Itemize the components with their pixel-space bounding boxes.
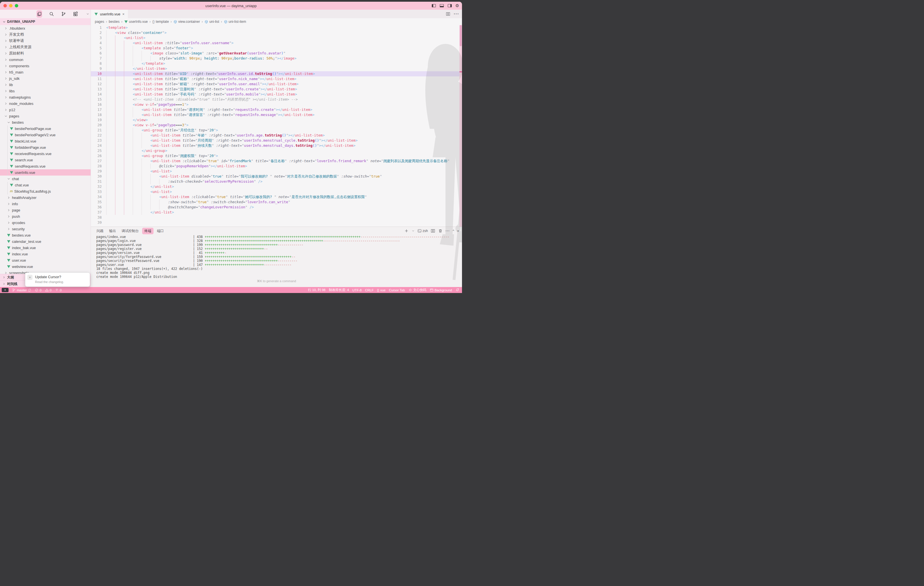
tree-item-label: chat.vue [15, 183, 29, 187]
tab-userinfo-vue[interactable]: userInfo.vue × [91, 10, 128, 18]
tree-item-lib[interactable]: lib [0, 81, 91, 88]
tree-item-h5_main[interactable]: h5_main [0, 69, 91, 75]
status-item-0[interactable]: 0 [45, 288, 51, 292]
panel-tab-问题[interactable]: 问题 [94, 228, 106, 234]
terminal-panel: 问题输出调试控制台终端端口 zsh ··· ^ × pages/index.vu… [91, 227, 462, 287]
panel-tab-终端[interactable]: 终端 [142, 228, 153, 234]
tree-item-index.vue[interactable]: index.vue [0, 251, 91, 257]
breadcrumb-item-uni-list-item[interactable]: uni-list-item [224, 20, 246, 24]
tree-item-sendRequests.vue[interactable]: sendRequests.vue [0, 163, 91, 169]
tree-item-chat.vue[interactable]: chat.vue [0, 182, 91, 188]
code-editor[interactable]: 1<template>2<view class="container">3<un… [91, 25, 462, 227]
kill-terminal-icon[interactable] [438, 228, 443, 233]
status-item-Background[interactable]: Background [430, 288, 452, 292]
tree-item-bestiePeriodPageV2.vue[interactable]: bestiePeriodPageV2.vue [0, 132, 91, 138]
status-item-CRLF[interactable]: CRLF [365, 288, 374, 292]
tree-item-nativeplugins[interactable]: nativeplugins [0, 94, 91, 100]
notification-body-link[interactable]: Read the changelog. [35, 280, 64, 284]
tree-item-p12[interactable]: p12 [0, 107, 91, 113]
tree-item-besties[interactable]: besties [0, 119, 91, 126]
panel-tab-调试控制台[interactable]: 调试控制台 [119, 228, 141, 234]
tree-item-pages[interactable]: pages [0, 113, 91, 119]
status-item-文心快码[interactable]: 文心快码 [408, 288, 426, 292]
tree-item-push[interactable]: push [0, 213, 91, 220]
panel-more-icon[interactable]: ··· [446, 229, 450, 233]
activity-extensions-icon[interactable] [73, 10, 78, 18]
tree-item-webview.vue[interactable]: webview.vue [0, 263, 91, 270]
tree-item-开发文档[interactable]: 开发文档 [0, 31, 91, 38]
breadcrumb-item-uni-list[interactable]: uni-list [205, 20, 219, 24]
indent-guide [115, 51, 124, 56]
tree-item-security[interactable]: security [0, 226, 91, 232]
status-item-bell[interactable] [455, 288, 459, 292]
tree-item-page[interactable]: page [0, 207, 91, 213]
tree-item-软著申请[interactable]: 软著申请 [0, 38, 91, 44]
breadcrumb-item-userInfo.vue[interactable]: userInfo.vue [124, 20, 148, 24]
more-actions-icon[interactable]: ··· [454, 12, 459, 17]
tree-item-userInfo.vue[interactable]: userInfo.vue [0, 169, 91, 175]
tree-item-chat[interactable]: chat [0, 175, 91, 182]
project-header[interactable]: DAYIMA_UNIAPP [0, 18, 91, 25]
tree-item-libs[interactable]: libs [0, 88, 91, 94]
tree-item-healthAnalyzer[interactable]: healthAnalyzer [0, 194, 91, 201]
status-item-master[interactable]: master [12, 288, 31, 292]
toggle-sidebar-icon[interactable] [432, 3, 436, 8]
tree-item-blackList.vue[interactable]: blackList.vue [0, 138, 91, 144]
maximize-panel-icon[interactable]: ^ [453, 229, 454, 233]
tree-item-.hbuilderx[interactable]: .hbuilderx [0, 25, 91, 31]
activity-search-icon[interactable] [48, 10, 54, 18]
breadcrumb-item-pages[interactable]: pages [95, 20, 104, 24]
update-notification[interactable]: × Update Cursor? Read the changelog. [25, 273, 90, 287]
new-terminal-icon[interactable] [404, 228, 409, 233]
close-tab-icon[interactable]: × [122, 12, 125, 16]
tree-item-bestiePeriodPage.vue[interactable]: bestiePeriodPage.vue [0, 126, 91, 132]
tree-item-上线相关资源[interactable]: 上线相关资源 [0, 44, 91, 50]
tree-item-search.vue[interactable]: search.vue [0, 157, 91, 163]
gear-icon[interactable]: ⚙ [455, 3, 459, 8]
activity-files-icon[interactable] [36, 10, 42, 18]
tree-item-js_sdk[interactable]: js_sdk [0, 75, 91, 81]
tree-item-besties.vue[interactable]: besties.vue [0, 232, 91, 238]
panel-tab-输出[interactable]: 输出 [107, 228, 118, 234]
toggle-secondary-sidebar-icon[interactable] [447, 3, 452, 8]
close-icon[interactable]: × [27, 275, 33, 280]
scrollbar-thumb[interactable] [460, 25, 462, 46]
tree-item-calendar_test.vue[interactable]: calendar_test.vue [0, 238, 91, 245]
terminal-dropdown-icon[interactable] [412, 228, 415, 233]
activity-chevron-down-icon[interactable] [85, 10, 91, 18]
breadcrumb-item-view.container[interactable]: view.container [173, 20, 200, 24]
status-item-0[interactable]: 0 [55, 288, 61, 292]
tree-item-common[interactable]: common [0, 56, 91, 63]
tree-item-info[interactable]: info [0, 201, 91, 207]
status-item-0[interactable]: 0 [35, 288, 41, 292]
tree-item-receivedRequests.vue[interactable]: receivedRequests.vue [0, 151, 91, 157]
close-panel-icon[interactable]: × [457, 229, 459, 233]
tree-item-原始材料[interactable]: 原始材料 [0, 50, 91, 56]
tree-item-components[interactable]: components [0, 63, 91, 69]
indent-guide [133, 184, 142, 189]
tree-item-node_modules[interactable]: node_modules [0, 100, 91, 107]
split-terminal-icon[interactable] [431, 228, 435, 233]
panel-tab-端口[interactable]: 端口 [155, 228, 166, 234]
breadcrumb-item-besties[interactable]: besties [109, 20, 120, 24]
tree-item-label: common [9, 58, 23, 62]
overview-ruler[interactable] [459, 25, 462, 227]
status-item-制表符长度: 4[interactable]: 制表符长度: 4 [329, 288, 349, 292]
status-item-Cursor Tab[interactable]: Cursor Tab [389, 288, 405, 292]
tree-item-SliceMsgToLastMsg.js[interactable]: JSSliceMsgToLastMsg.js [0, 188, 91, 194]
tree-item-index_bak.vue[interactable]: index_bak.vue [0, 245, 91, 251]
split-editor-icon[interactable] [446, 12, 450, 16]
tree-item-user.vue[interactable]: user.vue [0, 257, 91, 263]
code-text: </template> [142, 61, 165, 66]
terminal-instance[interactable]: zsh [417, 229, 428, 233]
status-item-UTF-8[interactable]: UTF-8 [352, 288, 362, 292]
status-item-vue[interactable]: {}vue [377, 288, 386, 292]
toggle-panel-icon[interactable] [439, 3, 444, 8]
status-item-行 10, 列 98[interactable]: 行 10, 列 98 [308, 288, 325, 292]
tree-item-qrcodes[interactable]: qrcodes [0, 220, 91, 226]
tree-item-forbiddenPage.vue[interactable]: forbiddenPage.vue [0, 144, 91, 151]
breadcrumb-item-template[interactable]: {}template [152, 20, 169, 24]
terminal-output[interactable]: pages/index.vue | 438 ++++++++++++++++++… [94, 235, 462, 279]
activity-source-control-icon[interactable] [61, 10, 66, 18]
status-item-×[interactable]: × [2, 288, 8, 292]
